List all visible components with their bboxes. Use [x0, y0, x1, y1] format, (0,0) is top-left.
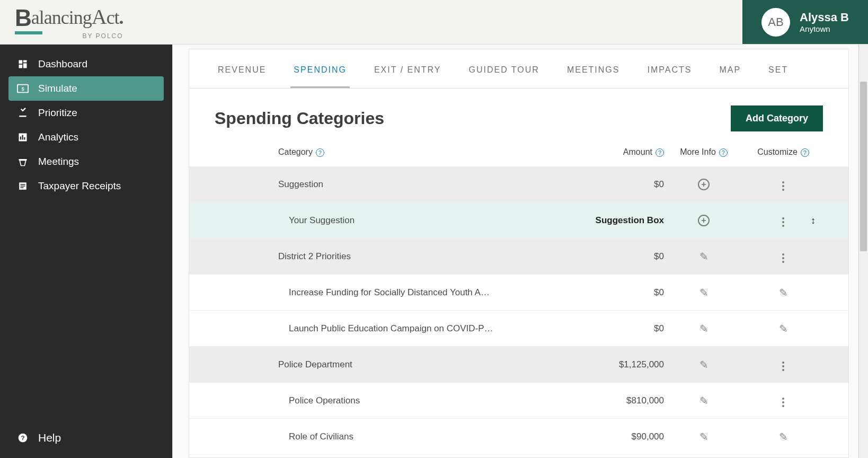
table-row[interactable]: Suggestion$0+ [189, 166, 848, 202]
svg-rect-3 [19, 65, 23, 68]
row-category: Launch Public Education Campaign on COVI… [215, 323, 569, 334]
table-row[interactable]: Your SuggestionSuggestion Box+↕ [189, 202, 848, 239]
th-more: More Info [680, 147, 716, 156]
help-icon[interactable]: ? [656, 148, 664, 157]
sidebar-item-meetings[interactable]: Meetings [8, 149, 164, 174]
row-more: ✎ [664, 249, 743, 264]
edit-icon[interactable]: ✎ [696, 249, 711, 264]
help-icon[interactable]: ? [316, 148, 324, 157]
main: REVENUESPENDINGEXIT / ENTRYGUIDED TOURME… [172, 45, 858, 458]
edit-icon[interactable]: ✎ [776, 321, 791, 336]
row-category: Suggestion [215, 179, 569, 190]
add-icon[interactable]: + [696, 213, 711, 228]
more-menu-icon[interactable] [776, 395, 791, 410]
tab-spending[interactable]: SPENDING [290, 49, 350, 88]
more-menu-icon[interactable] [776, 179, 791, 193]
sidebar-item-label: Simulate [38, 83, 77, 94]
sidebar-item-label: Dashboard [38, 58, 87, 70]
sidebar-item-label: Prioritize [38, 107, 77, 119]
row-customize [743, 356, 823, 374]
tab-meetings[interactable]: MEETINGS [564, 49, 623, 88]
tab-revenue[interactable]: REVENUE [215, 49, 269, 88]
row-customize [743, 248, 823, 266]
content-card: REVENUESPENDINGEXIT / ENTRYGUIDED TOURME… [189, 49, 849, 458]
sidebar-item-taxpayer-receipts[interactable]: Taxpayer Receipts [8, 174, 164, 198]
row-more: ✎ [664, 285, 743, 300]
brand: BalancingAct. BY POLCO [15, 4, 123, 40]
more-menu-icon[interactable] [776, 215, 791, 230]
th-amount: Amount [623, 147, 652, 156]
edit-icon[interactable]: ✎ [696, 357, 711, 372]
help-icon[interactable]: ? [719, 148, 728, 157]
edit-icon[interactable]: ✎ [696, 429, 711, 444]
svg-rect-13 [21, 186, 25, 187]
tab-set[interactable]: SET [765, 49, 791, 88]
sidebar-item-simulate[interactable]: $Simulate [8, 76, 164, 101]
row-more: + [664, 177, 743, 192]
tab-guided-tour[interactable]: GUIDED TOUR [465, 49, 542, 88]
help-icon[interactable]: ? [801, 148, 809, 157]
row-amount: $90,000 [569, 431, 664, 442]
row-category: Your Suggestion [215, 215, 569, 226]
row-more: + [664, 213, 743, 228]
scrollbar[interactable] [858, 45, 868, 458]
row-customize: ✎ [743, 285, 823, 300]
receipt-icon [17, 180, 29, 192]
row-customize: ↕ [743, 212, 823, 230]
row-more: ✎ [664, 357, 743, 372]
edit-icon[interactable]: ✎ [696, 393, 711, 408]
drag-cursor-icon: ↕ [811, 215, 816, 226]
table-row[interactable]: Police Operations$810,000✎ [189, 383, 848, 419]
row-more: ✎ [664, 429, 743, 444]
user-block[interactable]: AB Alyssa B Anytown [742, 0, 868, 44]
add-category-button[interactable]: Add Category [731, 105, 823, 131]
svg-rect-1 [23, 60, 27, 63]
svg-text:$: $ [21, 86, 24, 92]
row-customize [743, 175, 823, 193]
edit-icon[interactable]: ✎ [776, 429, 791, 444]
row-amount: $810,000 [569, 395, 664, 406]
row-category: Role of Civilians [215, 431, 569, 442]
sidebar-help[interactable]: ? Help [8, 425, 164, 451]
table-row[interactable]: Increase Funding for Socially Distanced … [189, 275, 848, 311]
tabs: REVENUESPENDINGEXIT / ENTRYGUIDED TOURME… [189, 49, 848, 89]
svg-rect-0 [19, 60, 23, 64]
add-icon[interactable]: + [696, 177, 711, 192]
svg-rect-7 [20, 137, 21, 140]
sidebar-item-dashboard[interactable]: Dashboard [8, 52, 164, 76]
rows-container[interactable]: Suggestion$0+Your SuggestionSuggestion B… [189, 166, 848, 457]
topbar: BalancingAct. BY POLCO AB Alyssa B Anyto… [0, 0, 868, 45]
podium-icon [17, 156, 29, 168]
row-category: Police Department [215, 359, 569, 370]
vote-icon [17, 107, 29, 119]
dashboard-icon [17, 58, 29, 70]
more-menu-icon[interactable] [776, 251, 791, 266]
tab-impacts[interactable]: IMPACTS [644, 49, 695, 88]
tab-map[interactable]: MAP [716, 49, 744, 88]
row-amount: $0 [569, 287, 664, 298]
th-customize: Customize [757, 147, 798, 156]
table-header: Category? Amount? More Info? Customize? [189, 138, 848, 166]
bar-chart-icon [17, 131, 29, 143]
row-amount: $0 [569, 323, 664, 334]
edit-icon[interactable]: ✎ [696, 285, 711, 300]
row-amount: $0 [569, 179, 664, 190]
tab-exit-entry[interactable]: EXIT / ENTRY [371, 49, 445, 88]
user-name: Alyssa B [800, 11, 849, 24]
table-row[interactable]: Police Department$1,125,000✎ [189, 347, 848, 383]
table-row[interactable]: District 2 Priorities$0✎ [189, 239, 848, 275]
sidebar-item-label: Taxpayer Receipts [38, 180, 121, 192]
row-more: ✎ [664, 321, 743, 336]
edit-icon[interactable]: ✎ [776, 285, 791, 300]
table-row[interactable]: Launch Public Education Campaign on COVI… [189, 311, 848, 347]
scrollbar-thumb[interactable] [860, 82, 867, 251]
sidebar-item-prioritize[interactable]: Prioritize [8, 101, 164, 125]
table-row[interactable]: Role of Civilians$90,000✎✎ [189, 419, 848, 455]
money-box-icon: $ [17, 83, 29, 94]
sidebar-item-analytics[interactable]: Analytics [8, 125, 164, 149]
more-menu-icon[interactable] [776, 359, 791, 374]
svg-rect-9 [24, 137, 25, 140]
edit-icon[interactable]: ✎ [696, 321, 711, 336]
svg-rect-8 [22, 135, 23, 140]
page-title: Spending Categories [215, 109, 384, 128]
